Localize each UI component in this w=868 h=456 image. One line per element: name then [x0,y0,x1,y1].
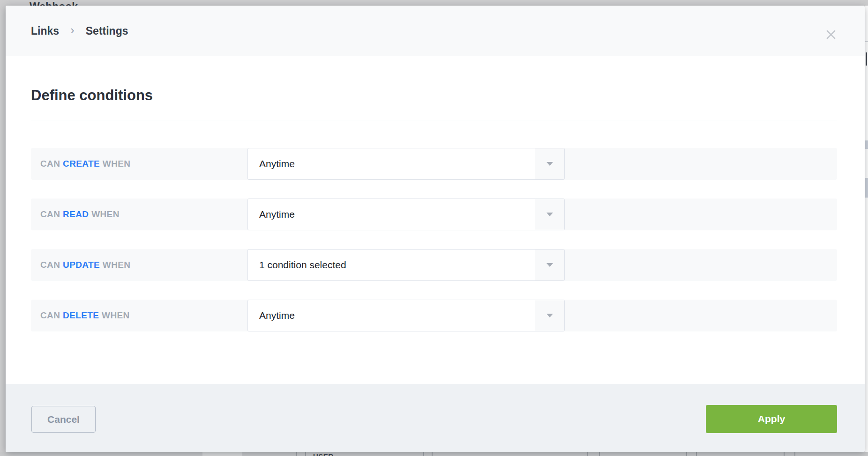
chevron-down-icon [546,213,553,216]
dropdown-selected-value: 1 condition selected [259,250,346,280]
label-suffix: WHEN [89,209,119,220]
dropdown-selected-value: Anytime [259,148,295,179]
label-suffix: WHEN [99,310,129,321]
background-right-sliver [865,6,868,452]
dropdown-toggle[interactable] [535,148,564,179]
breadcrumb-links[interactable]: Links [31,25,59,37]
background-column-border [696,452,697,456]
background-table-cell [202,452,242,456]
label-prefix: CAN [40,159,63,169]
dropdown-selected-value: Anytime [259,199,295,230]
permission-row-label: CAN DELETE WHEN [40,300,130,331]
permission-row-create: CAN CREATE WHEN Anytime [31,148,837,180]
dropdown-toggle[interactable] [535,199,564,230]
background-column-border [599,452,600,456]
modal-footer: Cancel Apply [6,384,865,452]
cancel-button[interactable]: Cancel [31,406,96,433]
background-row-fragment [865,140,868,149]
label-suffix: WHEN [100,159,130,169]
read-condition-dropdown[interactable]: Anytime [247,199,565,230]
chevron-down-icon [546,162,553,166]
screen: Webhook USER Links › Settings [0,0,868,456]
label-suffix: WHEN [100,260,130,270]
label-action: READ [63,209,89,220]
background-table-header-user: USER [313,452,334,456]
permission-row-update: CAN UPDATE WHEN 1 condition selected [31,249,837,281]
background-column-border [432,452,433,456]
background-column-border [794,452,795,456]
background-text-fragment [866,52,867,66]
close-button[interactable] [820,23,842,46]
close-icon [825,29,837,40]
settings-modal: Links › Settings Define conditions CAN C… [6,6,865,452]
label-action: CREATE [63,159,100,169]
page-title: Define conditions [31,87,153,104]
background-divider-fragment [865,41,868,42]
background-column-border [587,452,588,456]
dropdown-selected-value: Anytime [259,300,295,331]
background-column-border [784,452,785,456]
background-column-border [305,452,306,456]
create-condition-dropdown[interactable]: Anytime [247,148,565,180]
title-divider [31,120,837,120]
label-action: DELETE [63,310,99,321]
apply-button[interactable]: Apply [706,405,837,433]
background-column-border [423,452,424,456]
chevron-right-icon: › [70,24,75,36]
dropdown-toggle[interactable] [535,300,564,331]
breadcrumb-settings[interactable]: Settings [86,25,128,37]
permission-row-label: CAN READ WHEN [40,199,120,230]
chevron-down-icon [546,263,553,267]
modal-header: Links › Settings [6,6,865,56]
dropdown-toggle[interactable] [535,250,564,280]
permission-row-delete: CAN DELETE WHEN Anytime [31,300,837,331]
label-prefix: CAN [40,209,63,220]
permission-row-label: CAN UPDATE WHEN [40,249,130,281]
background-table-strip: USER [0,452,868,456]
background-column-border [686,452,687,456]
permission-row-label: CAN CREATE WHEN [40,148,130,180]
background-row-fragment [865,178,868,198]
breadcrumb: Links › Settings [31,6,128,56]
chevron-down-icon [546,314,553,317]
permission-row-read: CAN READ WHEN Anytime [31,199,837,230]
label-prefix: CAN [40,260,63,270]
label-prefix: CAN [40,310,63,321]
delete-condition-dropdown[interactable]: Anytime [247,300,565,331]
background-column-border [296,452,297,456]
update-condition-dropdown[interactable]: 1 condition selected [247,249,565,281]
label-action: UPDATE [63,260,100,270]
